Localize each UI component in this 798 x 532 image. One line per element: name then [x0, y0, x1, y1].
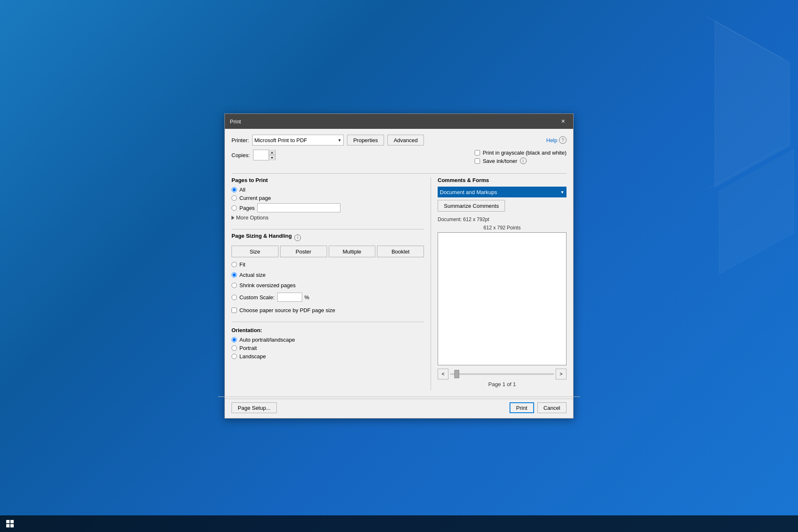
shrink-radio[interactable] — [232, 283, 237, 288]
all-pages-label: All — [239, 187, 245, 193]
divider-top — [232, 173, 566, 174]
preview-navigation: < > — [438, 369, 566, 379]
all-pages-radio-row: All — [232, 187, 424, 193]
size-tab[interactable]: Size — [232, 246, 278, 257]
auto-orientation-label: Auto portrait/landscape — [239, 337, 295, 343]
help-link[interactable]: Help ? — [546, 136, 566, 144]
save-ink-label: Save ink/toner — [483, 158, 517, 164]
help-label: Help — [546, 137, 557, 143]
current-page-label: Current page — [239, 195, 271, 201]
pages-radio-row: Pages 1 — [232, 203, 424, 212]
right-panel: Comments & Forms Document and Markups ▼ … — [438, 177, 566, 391]
comments-dropdown-value: Document and Markups — [440, 189, 497, 195]
dialog-titlebar: Print × — [225, 114, 573, 129]
orientation-section: Orientation: Auto portrait/landscape Por… — [232, 327, 424, 362]
svg-rect-3 — [10, 524, 14, 527]
bottom-right-buttons: Print Cancel — [510, 402, 566, 413]
page-setup-button[interactable]: Page Setup... — [232, 402, 277, 413]
help-icon: ? — [559, 136, 566, 144]
copies-label: Copies: — [232, 152, 250, 158]
grayscale-checkbox[interactable] — [475, 150, 480, 155]
auto-orientation-radio-row: Auto portrait/landscape — [232, 337, 424, 343]
comments-forms-title: Comments & Forms — [438, 177, 566, 183]
paper-source-checkbox[interactable] — [232, 308, 237, 313]
document-info: Document: 612 x 792pt — [438, 217, 566, 222]
next-page-button[interactable]: > — [556, 369, 566, 379]
portrait-label: Portrait — [239, 345, 257, 351]
landscape-radio-row: Landscape — [232, 353, 424, 360]
paper-source-row: Choose paper source by PDF page size — [232, 307, 424, 313]
close-button[interactable]: × — [558, 116, 568, 126]
sizing-info-icon[interactable]: i — [294, 234, 301, 241]
page-slider[interactable] — [450, 373, 554, 375]
dialog-body: Printer: Microsoft Print to PDF ▼ Proper… — [225, 129, 573, 397]
fit-label: Fit — [239, 261, 245, 268]
fit-radio[interactable] — [232, 262, 237, 267]
top-row: Printer: Microsoft Print to PDF ▼ Proper… — [232, 135, 566, 145]
dialog-title: Print — [230, 118, 241, 125]
pages-section-title: Pages to Print — [232, 177, 424, 183]
auto-orientation-radio[interactable] — [232, 337, 237, 342]
grayscale-checkbox-row: Print in grayscale (black and white) — [475, 150, 566, 156]
custom-scale-label: Custom Scale: — [239, 294, 275, 300]
paper-source-label: Choose paper source by PDF page size — [239, 307, 335, 313]
cancel-button[interactable]: Cancel — [537, 402, 566, 413]
copies-increment-button[interactable]: ▲ — [268, 150, 275, 155]
printer-select[interactable]: Microsoft Print to PDF ▼ — [252, 135, 344, 145]
checkboxes-row: Print in grayscale (black and white) Sav… — [475, 150, 566, 164]
sizing-title: Page Sizing & Handling — [232, 233, 292, 239]
custom-scale-radio-row: Custom Scale: 100 % — [232, 293, 424, 302]
current-page-radio-row: Current page — [232, 195, 424, 201]
poster-tab[interactable]: Poster — [280, 246, 327, 257]
landscape-label: Landscape — [239, 353, 266, 360]
landscape-radio[interactable] — [232, 354, 237, 359]
multiple-tab[interactable]: Multiple — [329, 246, 376, 257]
page-sizing-section: Page Sizing & Handling i Size Poster Mul… — [232, 233, 424, 313]
prev-page-button[interactable]: < — [438, 369, 448, 379]
svg-rect-2 — [6, 524, 10, 527]
start-button[interactable] — [0, 515, 20, 532]
more-options-row[interactable]: More Options — [232, 214, 424, 221]
portrait-radio[interactable] — [232, 345, 237, 351]
current-page-radio[interactable] — [232, 195, 237, 201]
save-ink-checkbox-row: Save ink/toner i — [475, 158, 566, 164]
advanced-button[interactable]: Advanced — [387, 135, 424, 145]
copies-spinner: 1 ▲ ▼ — [253, 150, 276, 160]
copies-row: Copies: 1 ▲ ▼ — [232, 150, 276, 160]
print-button[interactable]: Print — [510, 402, 534, 413]
pages-input[interactable]: 1 — [257, 203, 340, 212]
page-indicator: Page 1 of 1 — [438, 381, 566, 387]
sizing-tabs: Size Poster Multiple Booklet — [232, 246, 424, 257]
sizing-radios: Fit Actual size Shrink oversized pages — [232, 261, 424, 304]
main-content: Pages to Print All Current page Pages 1 — [232, 177, 566, 391]
copies-input[interactable]: 1 — [254, 150, 268, 160]
comments-dropdown[interactable]: Document and Markups ▼ — [438, 187, 566, 197]
comments-forms-section: Comments & Forms Document and Markups ▼ … — [438, 177, 566, 212]
copies-decrement-button[interactable]: ▼ — [268, 155, 275, 160]
chevron-down-icon: ▼ — [337, 138, 342, 143]
slider-thumb[interactable] — [454, 370, 459, 378]
sizing-header: Page Sizing & Handling i — [232, 233, 424, 242]
divider-sizing — [232, 322, 424, 322]
properties-button[interactable]: Properties — [347, 135, 384, 145]
bottom-bar: Page Setup... Print Cancel — [225, 399, 573, 418]
fit-radio-row: Fit — [232, 261, 424, 268]
pages-label: Pages — [239, 205, 255, 211]
triangle-icon — [232, 216, 234, 220]
svg-rect-1 — [10, 520, 14, 523]
custom-scale-radio[interactable] — [232, 295, 237, 300]
svg-rect-0 — [6, 520, 10, 523]
printer-label: Printer: — [232, 137, 249, 143]
orientation-title: Orientation: — [232, 327, 424, 333]
actual-size-radio[interactable] — [232, 272, 237, 278]
portrait-radio-row: Portrait — [232, 345, 424, 351]
save-ink-info-icon[interactable]: i — [520, 158, 527, 164]
all-pages-radio[interactable] — [232, 187, 237, 192]
windows-logo-icon — [6, 520, 14, 527]
save-ink-checkbox[interactable] — [475, 158, 480, 164]
summarize-comments-button[interactable]: Summarize Comments — [438, 200, 505, 212]
booklet-tab[interactable]: Booklet — [377, 246, 424, 257]
left-panel: Pages to Print All Current page Pages 1 — [232, 177, 424, 391]
scale-input[interactable]: 100 — [277, 293, 302, 302]
pages-radio[interactable] — [232, 205, 237, 211]
